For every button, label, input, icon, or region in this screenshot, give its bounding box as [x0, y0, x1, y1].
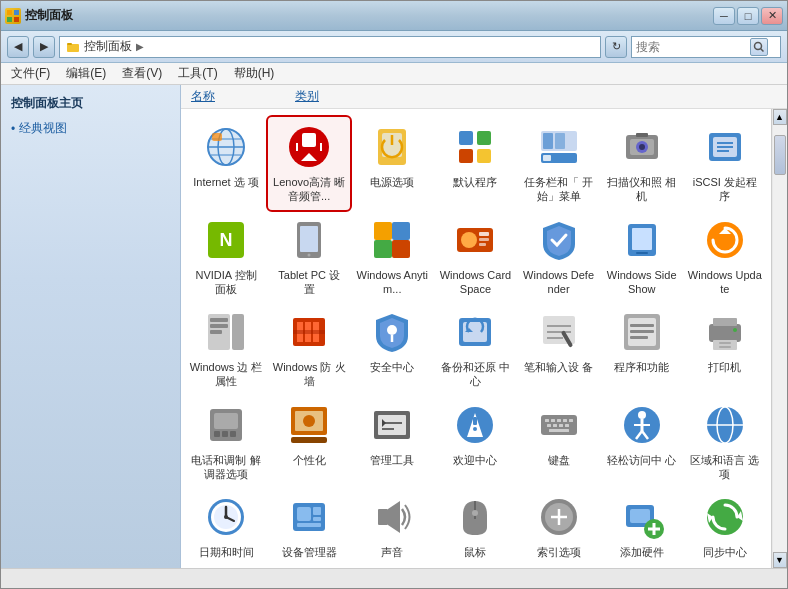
svg-rect-26 — [477, 149, 491, 163]
svg-rect-142 — [378, 509, 388, 525]
icon-item-default-programs[interactable]: 默认程序 — [434, 117, 516, 210]
svg-rect-62 — [232, 314, 244, 350]
svg-point-72 — [387, 325, 397, 335]
icon-item-nvidia[interactable]: NNVIDIA 控制 面板 — [185, 210, 267, 303]
icon-item-lenovo-audio[interactable]: Lenovo高清 晰音频管... — [268, 117, 350, 210]
close-button[interactable]: ✕ — [761, 7, 783, 25]
icon-item-cardspace[interactable]: Windows CardSpace — [434, 210, 516, 303]
icon-item-welcome-center[interactable]: 欢迎中心 — [434, 395, 516, 488]
svg-marker-143 — [388, 501, 400, 533]
icon-item-sideshow[interactable]: Windows SideShow — [601, 210, 683, 303]
address-field[interactable]: 控制面板 ▶ — [59, 36, 601, 58]
svg-rect-54 — [479, 232, 489, 236]
lenovo-audio-icon — [285, 123, 333, 171]
svg-rect-64 — [210, 318, 228, 322]
security-center-icon — [368, 308, 416, 356]
refresh-button[interactable]: ↻ — [605, 36, 627, 58]
icon-item-windows-anytime[interactable]: Windows Anytim... — [351, 210, 433, 303]
icon-item-device-manager[interactable]: 设备管理器 — [268, 487, 350, 567]
scroll-up-button[interactable]: ▲ — [773, 109, 787, 125]
backup-restore-icon — [451, 308, 499, 356]
keyboard-icon — [535, 401, 583, 449]
svg-rect-23 — [459, 131, 473, 145]
icon-item-indexing[interactable]: 索引选项 — [518, 487, 600, 567]
svg-rect-58 — [632, 228, 652, 250]
col-name[interactable]: 名称 — [191, 88, 215, 105]
icon-item-phone-modem[interactable]: 电话和调制 解调器选项 — [185, 395, 267, 488]
icon-item-mouse[interactable]: 鼠标 — [434, 487, 516, 567]
icon-item-security-center[interactable]: 安全中心 — [351, 302, 433, 395]
svg-rect-94 — [214, 413, 238, 429]
maximize-button[interactable]: □ — [737, 7, 759, 25]
svg-rect-66 — [210, 330, 222, 334]
svg-rect-37 — [636, 133, 648, 137]
scroll-down-button[interactable]: ▼ — [773, 552, 787, 568]
svg-rect-139 — [313, 507, 321, 515]
svg-rect-50 — [374, 240, 392, 258]
icon-item-scanners-cameras[interactable]: 扫描仪和照 相机 — [601, 117, 683, 210]
search-button[interactable] — [750, 38, 768, 56]
col-category[interactable]: 类别 — [295, 88, 319, 105]
icon-item-sync-center[interactable]: 同步中心 — [684, 487, 766, 567]
svg-rect-116 — [569, 419, 573, 422]
svg-rect-51 — [392, 240, 410, 258]
icon-item-taskbar-start[interactable]: 任务栏和「 开始」菜单 — [518, 117, 600, 210]
svg-rect-117 — [547, 424, 551, 427]
svg-rect-97 — [230, 431, 236, 437]
icon-item-firewall[interactable]: Windows 防 火墙 — [268, 302, 350, 395]
icon-item-personalization[interactable]: 个性化 — [268, 395, 350, 488]
svg-rect-119 — [559, 424, 563, 427]
icon-item-ease-of-access[interactable]: 轻松访问中 心 — [601, 395, 683, 488]
add-hardware-icon — [618, 493, 666, 541]
svg-rect-120 — [565, 424, 569, 427]
svg-rect-114 — [557, 419, 561, 422]
icon-item-sound[interactable]: 声音 — [351, 487, 433, 567]
svg-rect-109 — [473, 417, 477, 425]
sideshow-label: Windows SideShow — [605, 268, 679, 297]
scroll-thumb[interactable] — [774, 135, 786, 175]
icon-item-add-hardware[interactable]: 添加硬件 — [601, 487, 683, 567]
scrollbar[interactable]: ▲ ▼ — [771, 109, 787, 568]
icon-item-region-language[interactable]: 区域和语言 选项 — [684, 395, 766, 488]
scanners-cameras-label: 扫描仪和照 相机 — [605, 175, 679, 204]
menu-help[interactable]: 帮助(H) — [230, 63, 279, 84]
title-bar: 控制面板 ─ □ ✕ — [1, 1, 787, 31]
icon-item-pen-input[interactable]: 笔和输入设 备 — [518, 302, 600, 395]
svg-point-136 — [224, 515, 228, 519]
icon-item-keyboard[interactable]: 键盘 — [518, 395, 600, 488]
icon-item-admin-tools[interactable]: 管理工具 — [351, 395, 433, 488]
icon-item-sidebar-props[interactable]: Windows 边 栏属性 — [185, 302, 267, 395]
back-button[interactable]: ◀ — [7, 36, 29, 58]
forward-button[interactable]: ▶ — [33, 36, 55, 58]
sync-center-label: 同步中心 — [703, 545, 747, 559]
icon-item-printers[interactable]: 打印机 — [684, 302, 766, 395]
mouse-icon — [451, 493, 499, 541]
tablet-pc-icon — [285, 216, 333, 264]
menu-view[interactable]: 查看(V) — [118, 63, 166, 84]
title-bar-left: 控制面板 — [5, 7, 73, 24]
icon-item-tablet-pc[interactable]: Tablet PC 设 置 — [268, 210, 350, 303]
personalization-icon — [285, 401, 333, 449]
icon-item-iscsi[interactable]: iSCSI 发起程 序 — [684, 117, 766, 210]
minimize-button[interactable]: ─ — [713, 7, 735, 25]
svg-rect-25 — [459, 149, 473, 163]
icon-item-date-time[interactable]: 日期和时间 — [185, 487, 267, 567]
svg-point-53 — [461, 232, 477, 248]
icon-item-backup-restore[interactable]: 备份和还原 中心 — [434, 302, 516, 395]
internet-options-label: Internet 选 项 — [193, 175, 258, 189]
sidebar-item-classic[interactable]: 经典视图 — [11, 120, 170, 137]
menu-tools[interactable]: 工具(T) — [174, 63, 221, 84]
menu-edit[interactable]: 编辑(E) — [62, 63, 110, 84]
search-field[interactable] — [631, 36, 781, 58]
icon-item-windows-update[interactable]: Windows Update — [684, 210, 766, 303]
icon-item-internet-options[interactable]: Internet 选 项 — [185, 117, 267, 210]
internet-options-icon — [202, 123, 250, 171]
svg-rect-16 — [302, 133, 316, 147]
menu-file[interactable]: 文件(F) — [7, 63, 54, 84]
ease-of-access-icon — [618, 401, 666, 449]
icon-item-power-options[interactable]: 电源选项 — [351, 117, 433, 210]
svg-point-145 — [472, 510, 478, 516]
icon-item-programs-features[interactable]: 程序和功能 — [601, 302, 683, 395]
search-input[interactable] — [636, 40, 746, 54]
icon-item-defender[interactable]: Windows Defender — [518, 210, 600, 303]
